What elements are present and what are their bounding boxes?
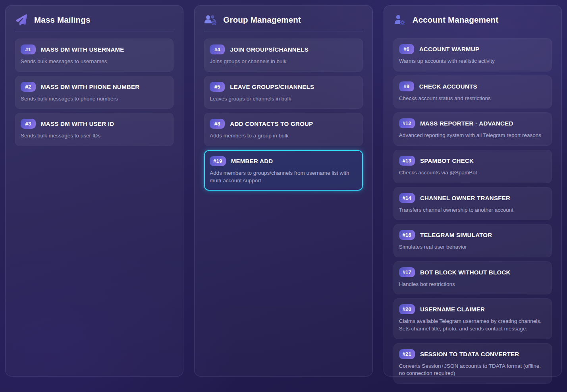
tool-number-badge: #8 bbox=[210, 119, 225, 129]
tool-card-header: #6 ACCOUNT WARMUP bbox=[399, 44, 546, 54]
card-list: #6 ACCOUNT WARMUP Warms up accounts with… bbox=[393, 38, 552, 384]
tool-title: SPAMBOT CHECK bbox=[420, 157, 474, 164]
tool-card[interactable]: #20 USERNAME CLAIMER Claims available Te… bbox=[393, 298, 552, 339]
tool-description: Checks account status and restrictions bbox=[399, 95, 546, 102]
tool-card[interactable]: #1 MASS DM WITH USERNAME Sends bulk mess… bbox=[15, 39, 174, 72]
tool-number-badge: #19 bbox=[210, 156, 226, 166]
tool-number-badge: #21 bbox=[399, 349, 415, 359]
tool-card[interactable]: #12 MASS REPORTER - ADVANCED Advanced re… bbox=[393, 112, 552, 146]
tool-description: Joins groups or channels in bulk bbox=[210, 58, 357, 66]
tool-card[interactable]: #16 TELEGRAM SIMULATOR Simulates real us… bbox=[393, 224, 552, 257]
tool-card-header: #4 JOIN GROUPS/CHANNELS bbox=[210, 44, 357, 54]
tool-description: Handles bot restrictions bbox=[399, 281, 546, 288]
tool-description: Warms up accounts with realistic activit… bbox=[399, 58, 546, 65]
tool-card-header: #1 MASS DM WITH USERNAME bbox=[21, 44, 168, 54]
tool-card-header: #20 USERNAME CLAIMER bbox=[399, 304, 546, 314]
category-panel-account-management: Account Management #6 ACCOUNT WARMUP War… bbox=[384, 5, 562, 377]
tool-description: Advanced reporting system with all Teleg… bbox=[399, 132, 546, 139]
category-header: Account Management bbox=[393, 14, 552, 25]
tool-description: Sends bulk messages to phone numbers bbox=[21, 95, 168, 103]
user-gear-icon bbox=[393, 14, 406, 25]
paper-plane-icon bbox=[15, 14, 28, 25]
tool-card-header: #12 MASS REPORTER - ADVANCED bbox=[399, 118, 546, 128]
tool-title: CHANNEL OWNER TRANSFER bbox=[420, 195, 510, 201]
tool-card-header: #2 MASS DM WITH PHONE NUMBER bbox=[21, 82, 168, 92]
tool-title: ADD CONTACTS TO GROUP bbox=[230, 120, 313, 127]
users-gear-icon bbox=[204, 14, 217, 25]
tool-dashboard: Mass Mailings #1 MASS DM WITH USERNAME S… bbox=[0, 0, 567, 382]
tool-number-badge: #1 bbox=[21, 44, 36, 54]
tool-description: Sends bulk messages to user IDs bbox=[21, 132, 168, 140]
tool-number-badge: #14 bbox=[399, 193, 415, 203]
tool-title: ACCOUNT WARMUP bbox=[419, 46, 480, 52]
tool-card[interactable]: #9 CHECK ACCOUNTS Checks account status … bbox=[393, 75, 552, 109]
tool-card-header: #5 LEAVE GROUPS/CHANNELS bbox=[210, 82, 357, 92]
tool-description: Transfers channel ownership to another a… bbox=[399, 207, 546, 214]
tool-title: CHECK ACCOUNTS bbox=[419, 83, 477, 90]
tool-card[interactable]: #14 CHANNEL OWNER TRANSFER Transfers cha… bbox=[393, 187, 552, 220]
tool-card[interactable]: #2 MASS DM WITH PHONE NUMBER Sends bulk … bbox=[15, 76, 174, 109]
tool-title: LEAVE GROUPS/CHANNELS bbox=[230, 83, 314, 90]
tool-card[interactable]: #19 MEMBER ADD Adds members to groups/ch… bbox=[204, 150, 363, 191]
card-list: #1 MASS DM WITH USERNAME Sends bulk mess… bbox=[15, 39, 174, 146]
tool-title: MASS DM WITH PHONE NUMBER bbox=[41, 83, 139, 90]
category-panel-group-management: Group Management #4 JOIN GROUPS/CHANNELS… bbox=[194, 5, 372, 377]
tool-number-badge: #9 bbox=[399, 81, 414, 91]
tool-number-badge: #5 bbox=[210, 82, 225, 92]
tool-number-badge: #6 bbox=[399, 44, 414, 54]
card-list: #4 JOIN GROUPS/CHANNELS Joins groups or … bbox=[204, 39, 363, 191]
tool-number-badge: #20 bbox=[399, 304, 415, 314]
tool-card[interactable]: #3 MASS DM WITH USER ID Sends bulk messa… bbox=[15, 113, 174, 146]
tool-description: Adds members to groups/channels from use… bbox=[210, 170, 357, 184]
tool-card-header: #3 MASS DM WITH USER ID bbox=[21, 119, 168, 129]
tool-description: Adds members to a group in bulk bbox=[210, 132, 357, 140]
tool-card-header: #19 MEMBER ADD bbox=[210, 156, 357, 166]
category-panel-mass-mailings: Mass Mailings #1 MASS DM WITH USERNAME S… bbox=[5, 5, 183, 377]
tool-number-badge: #13 bbox=[399, 156, 415, 166]
tool-title: MEMBER ADD bbox=[231, 158, 273, 164]
tool-description: Leaves groups or channels in bulk bbox=[210, 95, 357, 103]
tool-card[interactable]: #5 LEAVE GROUPS/CHANNELS Leaves groups o… bbox=[204, 76, 363, 109]
tool-description: Converts Session+JSON accounts to TDATA … bbox=[399, 363, 546, 377]
tool-title: MASS DM WITH USER ID bbox=[41, 120, 114, 127]
tool-description: Checks accounts via @SpamBot bbox=[399, 169, 546, 177]
tool-title: BOT BLOCK WITHOUT BLOCK bbox=[420, 269, 511, 276]
tool-title: SESSION TO TDATA CONVERTER bbox=[420, 351, 519, 357]
tool-card-header: #21 SESSION TO TDATA CONVERTER bbox=[399, 349, 546, 359]
tool-number-badge: #4 bbox=[210, 44, 225, 54]
tool-card[interactable]: #6 ACCOUNT WARMUP Warms up accounts with… bbox=[393, 38, 552, 71]
tool-title: USERNAME CLAIMER bbox=[420, 306, 485, 313]
tool-card[interactable]: #4 JOIN GROUPS/CHANNELS Joins groups or … bbox=[204, 39, 363, 72]
tool-number-badge: #17 bbox=[399, 267, 415, 277]
tool-number-badge: #12 bbox=[399, 118, 415, 128]
tool-card-header: #16 TELEGRAM SIMULATOR bbox=[399, 230, 546, 240]
tool-number-badge: #16 bbox=[399, 230, 415, 240]
tool-title: MASS DM WITH USERNAME bbox=[41, 46, 124, 53]
tool-card[interactable]: #13 SPAMBOT CHECK Checks accounts via @S… bbox=[393, 150, 552, 183]
tool-card[interactable]: #8 ADD CONTACTS TO GROUP Adds members to… bbox=[204, 113, 363, 146]
tool-card-header: #14 CHANNEL OWNER TRANSFER bbox=[399, 193, 546, 203]
tool-card[interactable]: #21 SESSION TO TDATA CONVERTER Converts … bbox=[393, 343, 552, 384]
divider bbox=[15, 31, 174, 31]
tool-number-badge: #2 bbox=[21, 82, 36, 92]
tool-card-header: #9 CHECK ACCOUNTS bbox=[399, 81, 546, 91]
tool-title: JOIN GROUPS/CHANNELS bbox=[230, 46, 309, 53]
tool-title: MASS REPORTER - ADVANCED bbox=[420, 120, 513, 127]
tool-description: Simulates real user behavior bbox=[399, 243, 546, 251]
category-header: Mass Mailings bbox=[15, 14, 174, 25]
tool-card-header: #8 ADD CONTACTS TO GROUP bbox=[210, 119, 357, 129]
tool-title: TELEGRAM SIMULATOR bbox=[420, 232, 492, 238]
category-title: Group Management bbox=[223, 15, 301, 25]
category-header: Group Management bbox=[204, 14, 363, 25]
category-title: Mass Mailings bbox=[34, 15, 91, 25]
category-title: Account Management bbox=[413, 15, 499, 25]
divider bbox=[204, 31, 363, 31]
tool-card-header: #17 BOT BLOCK WITHOUT BLOCK bbox=[399, 267, 546, 277]
tool-description: Sends bulk messages to usernames bbox=[21, 58, 168, 66]
tool-description: Claims available Telegram usernames by c… bbox=[399, 318, 546, 332]
tool-card-header: #13 SPAMBOT CHECK bbox=[399, 156, 546, 166]
tool-number-badge: #3 bbox=[21, 119, 36, 129]
tool-card[interactable]: #17 BOT BLOCK WITHOUT BLOCK Handles bot … bbox=[393, 261, 552, 295]
